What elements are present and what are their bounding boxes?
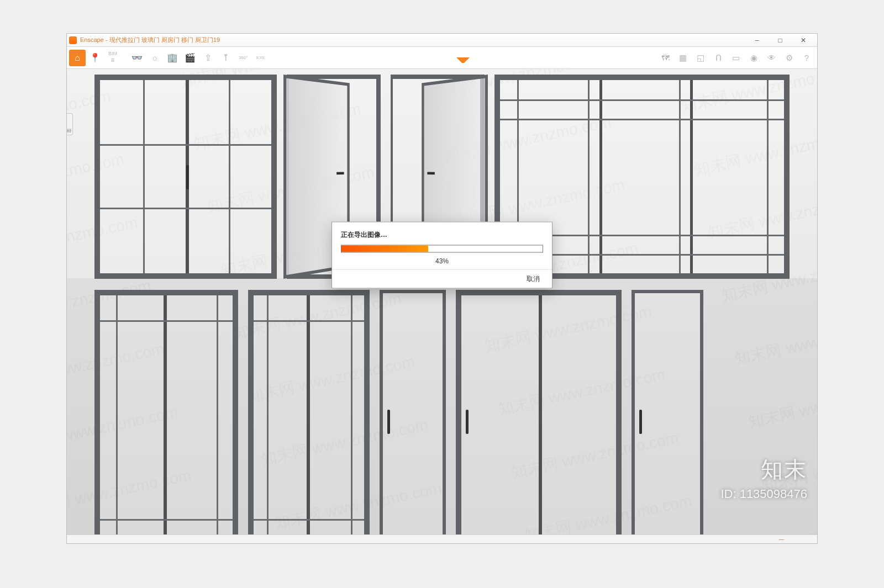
library-icon[interactable]: ▦: [675, 50, 691, 66]
status-bar: —: [67, 534, 817, 543]
door-sliding-grid-4: [248, 290, 370, 534]
help-icon[interactable]: ?: [798, 50, 815, 66]
status-text: —: [779, 537, 784, 542]
app-title: Enscape - 现代推拉门 玻璃门 厨房门 移门 厨卫门19: [80, 36, 220, 44]
window-close-button[interactable]: ✕: [792, 34, 815, 46]
app-logo-icon: [69, 36, 77, 44]
door-sliding-grid-1: [94, 75, 277, 279]
building-icon[interactable]: 🏢: [164, 50, 181, 66]
app-name: Enscape: [80, 36, 104, 43]
progress-percent-label: 43%: [341, 257, 543, 265]
binoculars-icon[interactable]: 👓: [129, 50, 145, 66]
door-single-1: [380, 290, 446, 534]
title-bar: Enscape - 现代推拉门 玻璃门 厨房门 移门 厨卫门19 – □ ✕: [67, 34, 817, 47]
export-exe-icon[interactable]: EXE: [252, 50, 269, 66]
door-sliding-plain-1: [456, 290, 622, 534]
side-panel-tab[interactable]: 样: [67, 113, 73, 135]
export-img-icon[interactable]: ⇪: [199, 50, 216, 66]
bim-icon[interactable]: BIM≡: [104, 50, 121, 66]
export-progress-dialog: 正在导出图像… 43% 取消: [332, 222, 552, 289]
clapper-icon[interactable]: 🎬: [182, 50, 198, 66]
window-minimize-button[interactable]: –: [745, 34, 769, 46]
export-pano-icon[interactable]: ⤒: [217, 50, 234, 66]
render-viewport[interactable]: 知末网 www.znzmo.com知末网 www.znzmo.com知末网 ww…: [67, 69, 817, 534]
app-window: Enscape - 现代推拉门 玻璃门 厨房门 移门 厨卫门19 – □ ✕ ⌂…: [66, 33, 818, 544]
sun-icon[interactable]: ☼: [146, 50, 163, 66]
window-maximize-button[interactable]: □: [769, 34, 792, 46]
export-360-icon[interactable]: 360°: [235, 50, 251, 66]
progress-bar-fill: [341, 246, 428, 252]
camera-icon[interactable]: ▭: [728, 50, 744, 66]
cube-icon[interactable]: ◱: [692, 50, 709, 66]
home-icon[interactable]: ⌂: [69, 50, 86, 66]
vr-icon[interactable]: ◉: [745, 50, 762, 66]
pin-icon[interactable]: 📍: [87, 50, 103, 66]
eye-icon[interactable]: 👁: [763, 50, 780, 66]
progress-bar: [341, 245, 543, 253]
door-sliding-grid-3: [94, 290, 238, 534]
main-toolbar: ⌂📍BIM≡👓☼🏢🎬⇪⤒360°EXE 🗺▦◱ᑎ▭◉👁⚙?: [67, 47, 817, 69]
toolbar-center-caret-icon[interactable]: [456, 57, 470, 64]
door-row-bottom: [94, 290, 790, 534]
document-title: - 现代推拉门 玻璃门 厨房门 移门 厨卫门19: [104, 36, 220, 43]
dialog-title: 正在导出图像…: [341, 230, 543, 240]
door-single-2: [632, 290, 703, 534]
settings-icon[interactable]: ⚙: [781, 50, 797, 66]
gate-icon[interactable]: ᑎ: [710, 50, 727, 66]
cancel-button[interactable]: 取消: [522, 273, 544, 285]
map-icon[interactable]: 🗺: [657, 50, 673, 66]
